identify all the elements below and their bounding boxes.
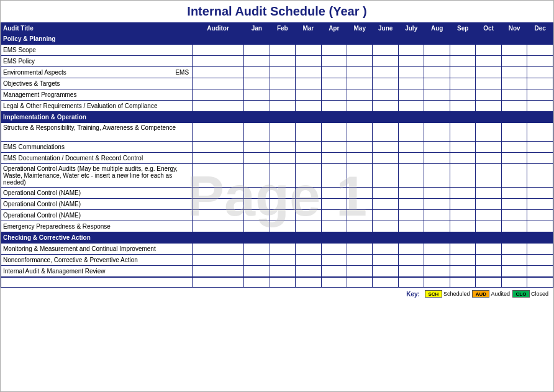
month-cell (398, 67, 424, 78)
month-cell (450, 188, 475, 199)
auditor-header: Auditor (193, 24, 244, 34)
table-row: EMS Documentation / Document & Record Co… (1, 153, 553, 164)
table-row: EMS Policy (1, 56, 553, 67)
month-cell (450, 123, 475, 142)
month-cell (321, 188, 347, 199)
month-cell (527, 123, 553, 142)
month-cell (244, 244, 270, 255)
month-cell (501, 101, 527, 112)
month-cell (321, 56, 347, 67)
month-cell (244, 67, 270, 78)
month-cell (373, 142, 398, 153)
month-cell (347, 244, 373, 255)
month-cell (296, 199, 321, 210)
auditor-cell (193, 266, 244, 277)
sep-header: Sep (450, 24, 475, 34)
month-cell (373, 78, 398, 89)
month-cell (270, 123, 295, 142)
month-cell (373, 188, 398, 199)
audit-item-cell: EMS Documentation / Document & Record Co… (1, 153, 193, 164)
month-cell (527, 142, 553, 153)
month-cell (398, 45, 424, 56)
month-cell (398, 56, 424, 67)
month-cell (450, 101, 475, 112)
section-header-row: Checking & Corrective Action (1, 232, 553, 244)
month-cell (373, 101, 398, 112)
month-cell (296, 188, 321, 199)
aud-label: Audited (491, 291, 510, 297)
section-label: Checking & Corrective Action (1, 232, 553, 244)
month-cell (296, 101, 321, 112)
month-cell (373, 266, 398, 277)
month-cell (321, 164, 347, 188)
month-cell (424, 255, 450, 266)
month-cell (244, 199, 270, 210)
month-cell (270, 56, 295, 67)
month-cell (476, 221, 501, 232)
month-cell (450, 56, 475, 67)
auditor-cell (193, 255, 244, 266)
month-cell (244, 210, 270, 221)
table-row: Environmental Aspects EMS (1, 67, 553, 78)
month-cell (527, 67, 553, 78)
month-cell (321, 101, 347, 112)
month-cell (321, 142, 347, 153)
audit-item-cell: Operational Control (NAME) (1, 199, 193, 210)
nov-header: Nov (501, 24, 527, 34)
month-cell (424, 164, 450, 188)
month-cell (398, 244, 424, 255)
aug-header: Aug (424, 24, 450, 34)
month-cell (450, 153, 475, 164)
month-cell (501, 142, 527, 153)
month-cell (347, 89, 373, 101)
table-row: Operational Control (NAME) (1, 210, 553, 221)
month-cell (244, 266, 270, 277)
month-cell (450, 45, 475, 56)
audit-item-cell: Legal & Other Requirements / Evaluation … (1, 101, 193, 112)
month-cell (296, 164, 321, 188)
audit-item-cell: Monitoring & Measurement and Continual I… (1, 244, 193, 255)
month-cell (244, 188, 270, 199)
month-cell (398, 142, 424, 153)
month-cell (450, 67, 475, 78)
month-cell (476, 255, 501, 266)
month-cell (347, 78, 373, 89)
month-cell (398, 199, 424, 210)
table-row: Monitoring & Measurement and Continual I… (1, 244, 553, 255)
month-cell (476, 67, 501, 78)
cls-label: Closed (531, 291, 548, 297)
auditor-cell (193, 221, 244, 232)
month-cell (296, 153, 321, 164)
month-cell (321, 210, 347, 221)
month-cell (527, 78, 553, 89)
month-cell (476, 188, 501, 199)
month-cell (270, 67, 295, 78)
month-cell (321, 255, 347, 266)
month-cell (450, 210, 475, 221)
audit-item-cell: Emergency Preparedness & Response (1, 221, 193, 232)
month-cell (501, 164, 527, 188)
month-cell (527, 255, 553, 266)
july-header: July (398, 24, 424, 34)
table-row: Operational Control Audits (May be multi… (1, 164, 553, 188)
month-cell (373, 67, 398, 78)
month-cell (476, 142, 501, 153)
month-cell (424, 45, 450, 56)
month-cell (244, 56, 270, 67)
month-cell (424, 89, 450, 101)
auditor-cell (193, 164, 244, 188)
key-section: Key: SCH Scheduled AUD Audited CLO Close… (1, 288, 553, 300)
month-cell (398, 123, 424, 142)
month-cell (321, 153, 347, 164)
table-row: Internal Audit & Management Review (1, 266, 553, 277)
aud-box: AUD (472, 290, 489, 298)
month-cell (244, 45, 270, 56)
apr-header: Apr (321, 24, 347, 34)
mar-header: Mar (296, 24, 321, 34)
sch-label: Scheduled (443, 291, 470, 297)
month-cell (527, 210, 553, 221)
month-cell (244, 101, 270, 112)
oct-header: Oct (476, 24, 501, 34)
month-cell (373, 255, 398, 266)
month-cell (347, 123, 373, 142)
